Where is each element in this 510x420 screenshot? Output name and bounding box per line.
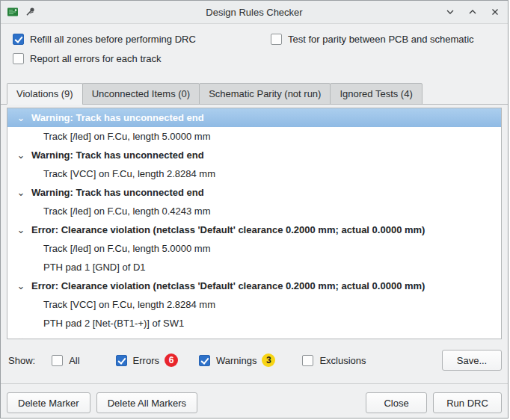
close-dialog-button[interactable]: Close [366,392,427,413]
checkbox-box [302,355,313,366]
options-section: Refill all zones before performing DRC T… [1,24,508,67]
violation-detail-text: Track [VCC] on F.Cu, length 2.8284 mm [43,299,215,310]
run-drc-button[interactable]: Run DRC [433,392,502,413]
expand-chevron-icon[interactable]: ⌄ [15,333,27,339]
expand-chevron-icon[interactable]: ⌄ [15,220,27,239]
checkbox-label: Warnings [216,355,256,366]
violation-detail-text: Track [/led] on F.Cu, length 0.4243 mm [43,206,211,217]
drc-dialog: Design Rules Checker R [0,0,509,419]
filter-errors-checkbox[interactable]: Errors [116,355,159,366]
checkbox-box [271,34,282,45]
expand-chevron-icon[interactable]: ⌄ [15,146,27,164]
checkbox-box [199,355,210,366]
report-all-track-errors-checkbox[interactable]: Report all errors for each track [13,53,162,64]
checkbox-label: Report all errors for each track [30,53,162,64]
violation-group-row[interactable]: ⌄ Warning: Track has unconnected end [7,146,501,164]
filter-all-checkbox[interactable]: All [52,355,79,366]
close-button[interactable] [488,5,502,19]
tab-ignored-tests[interactable]: Ignored Tests (4) [330,83,422,105]
violation-text: Warning: Track has unconnected end [31,149,204,161]
save-button[interactable]: Save... [442,350,502,371]
minimize-button[interactable] [443,5,457,19]
show-label: Show: [8,355,35,366]
filter-exclusions-checkbox[interactable]: Exclusions [302,355,366,366]
checkbox-box [13,34,24,45]
violation-text: Warning: Track has unconnected end [31,187,204,198]
checkbox-box [116,355,127,366]
violation-detail-text: Track [/led] on F.Cu, length 5.0000 mm [43,131,211,142]
violation-detail-text: Track [VCC] on F.Cu, length 2.8284 mm [43,168,215,179]
checkbox-label: Errors [133,355,159,366]
expand-chevron-icon[interactable]: ⌄ [15,108,27,127]
violation-group-row[interactable]: ⌄ Error: Clearance violation (netclass '… [7,277,501,295]
violation-detail-row[interactable]: Track [VCC] on F.Cu, length 2.8284 mm [7,295,501,314]
violations-list[interactable]: ⌄ Warning: Track has unconnected end Tra… [7,108,502,339]
maximize-button[interactable] [466,5,479,19]
violation-text: Error: Clearance violation (netclass 'De… [31,224,425,235]
checkbox-box [13,53,24,64]
violation-group-row[interactable]: ⌄ Warning: Track has unconnected end [7,108,501,127]
title-bar[interactable]: Design Rules Checker [1,1,508,24]
checkbox-label: Refill all zones before performing DRC [30,34,196,45]
tab-violations[interactable]: Violations (9) [7,83,83,105]
violation-detail-row[interactable]: PTH pad 1 [GND] of D1 [7,258,501,277]
violation-detail-text: Track [/led] on F.Cu, length 5.0000 mm [43,243,211,254]
violation-detail-text: PTH pad 2 [Net-(BT1-+)] of SW1 [43,318,184,329]
app-pcb-icon [7,6,19,18]
checkbox-label: Test for parity between PCB and schemati… [288,34,474,45]
violation-detail-row[interactable]: Track [VCC] on F.Cu, length 2.8284 mm [7,164,501,183]
violation-group-row[interactable]: ⌄ Warning: Track has unconnected end [7,183,501,202]
violation-group-row-clipped[interactable]: ⌄ [7,333,501,339]
violation-text: Error: Clearance violation (netclass 'De… [31,280,425,291]
refill-zones-checkbox[interactable]: Refill all zones before performing DRC [13,34,271,45]
expand-chevron-icon[interactable]: ⌄ [15,183,27,202]
violation-text: Warning: Track has unconnected end [31,112,204,123]
checkbox-label: Exclusions [319,355,366,366]
error-count-badge: 6 [165,353,178,367]
window-title: Design Rules Checker [1,7,508,18]
expand-chevron-icon[interactable]: ⌄ [15,277,27,295]
delete-all-markers-button[interactable]: Delete All Markers [96,392,197,413]
violation-detail-row[interactable]: Track [/led] on F.Cu, length 5.0000 mm [7,127,501,146]
checkbox-label: All [69,355,79,366]
filter-bar: Show: All Errors 6 Warnings 3 Exclusions… [1,339,508,371]
warning-count-badge: 3 [262,353,275,367]
checkbox-box [52,355,63,366]
violation-detail-row[interactable]: PTH pad 2 [Net-(BT1-+)] of SW1 [7,314,501,333]
pin-icon[interactable] [25,6,37,18]
delete-marker-button[interactable]: Delete Marker [7,392,90,413]
tab-unconnected-items[interactable]: Unconnected Items (0) [82,83,200,105]
chevron-up-icon [467,6,479,18]
tab-bar: Violations (9) Unconnected Items (0) Sch… [1,83,508,105]
close-icon [489,6,501,18]
chevron-down-icon [444,6,456,18]
filter-warnings-checkbox[interactable]: Warnings [199,355,256,366]
violation-detail-row[interactable]: Track [/led] on F.Cu, length 5.0000 mm [7,239,501,258]
action-bar: Delete Marker Delete All Markers Close R… [1,384,508,413]
violation-detail-row[interactable]: Track [/led] on F.Cu, length 0.4243 mm [7,202,501,220]
violation-group-row[interactable]: ⌄ Error: Clearance violation (netclass '… [7,220,501,239]
violation-detail-text: PTH pad 1 [GND] of D1 [43,262,146,273]
schematic-parity-checkbox[interactable]: Test for parity between PCB and schemati… [271,34,474,45]
tab-schematic-parity[interactable]: Schematic Parity (not run) [199,83,331,105]
